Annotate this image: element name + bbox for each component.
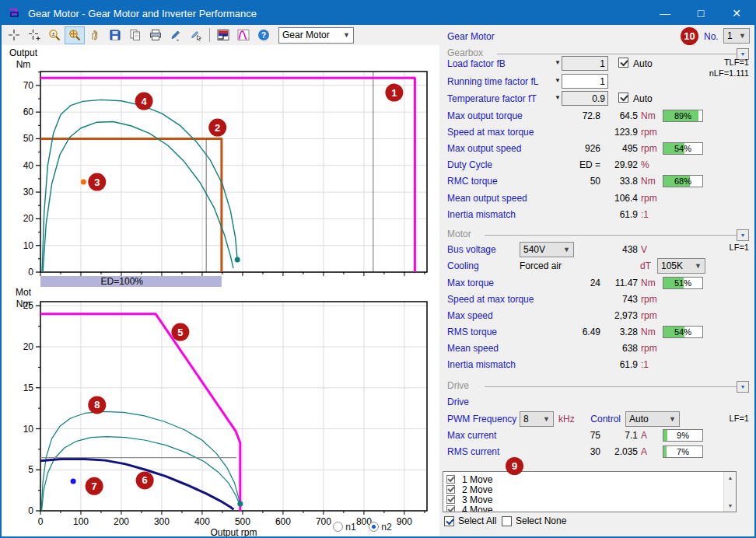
chevron-down-icon: ▼	[543, 415, 550, 423]
x-tick-label: 500	[235, 516, 250, 527]
chevron-down-icon: ▼	[343, 31, 350, 39]
collapse-button-drive[interactable]: ▼	[737, 381, 749, 393]
chart-type-value: Gear Motor	[282, 30, 330, 40]
x-tick-label: 300	[154, 516, 170, 527]
moves-scrollbar[interactable]: ▲ ▼	[723, 472, 736, 512]
dropdown-arrow-icon[interactable]: ▼	[555, 77, 561, 84]
y-tick-label: 20	[23, 341, 34, 352]
radio-n2[interactable]: n2	[369, 522, 392, 533]
pan-hand-icon[interactable]	[85, 26, 105, 44]
move-checkbox[interactable]	[446, 475, 455, 484]
maximize-button[interactable]: □	[683, 2, 719, 25]
close-button[interactable]: ✕	[719, 2, 754, 25]
curve-chart-icon[interactable]	[233, 26, 254, 44]
value-actual: 638	[591, 343, 638, 354]
section-header-gearbox: Gearbox	[447, 47, 483, 58]
move-list-item[interactable]: 2 Move	[446, 484, 492, 494]
value-unit: A	[641, 446, 647, 457]
copy-icon[interactable]	[125, 26, 145, 44]
radio-n1[interactable]: n1	[333, 522, 356, 533]
move-checkbox[interactable]	[446, 495, 455, 504]
control-select[interactable]: Auto▼	[625, 411, 680, 427]
factor-input[interactable]: 0.9	[562, 91, 608, 106]
chevron-down-icon: ▼	[669, 415, 676, 423]
balloon-label: 5	[177, 327, 183, 338]
value-unit: rpm	[641, 343, 657, 354]
zoom-adjust-icon[interactable]: ±	[44, 26, 65, 44]
y-tick-label: 60	[23, 107, 34, 117]
chevron-down-icon: ▼	[739, 32, 746, 40]
move-label: 1 Move	[462, 474, 492, 485]
scroll-up-icon[interactable]: ▲	[724, 472, 737, 484]
select-none-label: Select None	[516, 515, 566, 526]
help-icon[interactable]: ?	[254, 26, 274, 44]
save-icon[interactable]	[105, 26, 125, 44]
crosshair-icon[interactable]	[4, 26, 24, 44]
move-checkbox[interactable]	[446, 505, 455, 512]
no-selector[interactable]: 1 ▼	[723, 28, 750, 44]
utilization-bar: 54%	[663, 142, 703, 155]
dropdown-arrow-icon[interactable]: ▼	[555, 94, 561, 101]
y-tick-label: 20	[23, 213, 34, 224]
titlebar: Gear Motor - Gear Motor and Inverter Per…	[2, 2, 754, 25]
no-value: 1	[727, 30, 733, 41]
row-label: RMC torque	[447, 176, 498, 187]
bus-voltage-select[interactable]: 540V▼	[520, 242, 574, 257]
utilization-text: 54%	[663, 144, 702, 153]
factor-input[interactable]: 1	[562, 56, 608, 71]
y-tick-label: 10	[23, 424, 34, 435]
factor-input[interactable]: 1	[562, 74, 608, 89]
minimize-button[interactable]: —	[647, 2, 683, 25]
balloon-9: 9	[506, 457, 523, 475]
chart-type-combobox[interactable]: Gear Motor ▼	[278, 27, 354, 44]
select-all-checkbox[interactable]	[444, 516, 454, 526]
crosshair-plus-icon[interactable]	[24, 26, 44, 44]
curve-end-point	[235, 257, 240, 262]
chevron-down-icon: ▼	[695, 262, 702, 270]
radio-n1-circle[interactable]	[333, 522, 343, 532]
edit-icon[interactable]	[166, 26, 186, 44]
edit-pointer-icon[interactable]	[186, 26, 206, 44]
svg-text:?: ?	[261, 30, 266, 40]
move-list-item[interactable]: 3 Move	[446, 494, 492, 505]
rms-operating-point	[71, 479, 76, 484]
value-unit: Nm	[641, 278, 656, 288]
row-label: Mean output speed	[447, 193, 527, 204]
value-unit: Nm	[641, 176, 656, 187]
utilization-bar: 54%	[663, 326, 703, 338]
auto-checkbox[interactable]	[618, 93, 628, 103]
collapse-button-motor[interactable]: ▼	[737, 229, 749, 241]
scroll-down-icon[interactable]: ▼	[724, 500, 737, 512]
print-icon[interactable]	[145, 26, 166, 44]
select-none-checkbox[interactable]	[502, 516, 512, 526]
pwm-frequency-select[interactable]: 8▼	[520, 411, 554, 427]
no-label: No.	[704, 31, 719, 42]
radio-n2-circle[interactable]	[369, 522, 379, 532]
move-checkbox[interactable]	[446, 485, 455, 494]
utilization-bar: 68%	[663, 175, 703, 187]
row-label: Duty Cycle	[447, 159, 492, 170]
auto-checkbox[interactable]	[618, 58, 628, 68]
ed-duty-label: ED=100%	[101, 276, 144, 287]
auto-label: Auto	[633, 58, 653, 69]
dt-select[interactable]: 105K▼	[657, 258, 705, 274]
duty-chart-icon[interactable]	[213, 26, 233, 44]
moves-listbox[interactable]: ▲ ▼ 1 Move2 Move3 Move4 Move	[443, 471, 737, 512]
cooling-value: Forced air	[520, 260, 562, 271]
value-actual: 33.8	[591, 176, 638, 187]
radio-n1-label: n1	[345, 522, 355, 533]
zoom-pan-icon[interactable]	[65, 26, 85, 44]
section-divider	[485, 235, 740, 236]
utilization-bar: 7%	[663, 445, 703, 458]
y-axis-title: Nm	[16, 299, 31, 309]
move-list-item[interactable]: 4 Move	[446, 505, 492, 512]
value-unit: :1	[641, 209, 649, 220]
balloon-label: 1	[391, 87, 397, 99]
move-list-item[interactable]: 1 Move	[446, 474, 492, 484]
select-all[interactable]: Select All	[444, 515, 496, 526]
dropdown-arrow-icon[interactable]: ▼	[555, 59, 561, 66]
value-unit: rpm	[641, 294, 657, 305]
select-none[interactable]: Select None	[502, 515, 566, 526]
value-unit: :1	[641, 359, 649, 370]
row-label: Temperature factor fT	[447, 93, 537, 104]
